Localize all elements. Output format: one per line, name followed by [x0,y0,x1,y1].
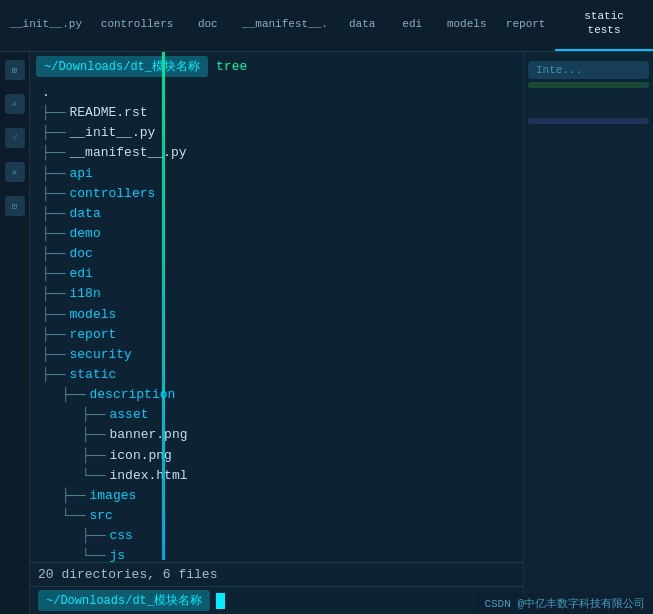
list-item: ├──api [42,164,515,184]
list-item: ├──description [42,385,515,405]
tab-static-tests[interactable]: static tests [555,0,653,51]
bottom-prompt: ~/Downloads/dt_模块名称 [30,586,523,614]
tab-label-doc: doc [198,17,218,31]
accent-vline [162,52,165,560]
bottom-prompt-path: ~/Downloads/dt_模块名称 [38,590,210,611]
tab-init-py[interactable]: __init__.py [0,0,91,51]
tab-label-init: __init__.py [9,17,82,31]
tab-bar: __init__.py controllers doc __manifest__… [0,0,653,52]
tab-data[interactable]: data [337,0,387,51]
sidebar-icons: ⊞ ⌕ ⑂ ✕ ⊡ [0,52,30,614]
tab-label-report: report [506,17,546,31]
branch-icon[interactable]: ⑂ [5,128,25,148]
watermark-text: CSDN @中亿丰数字科技有限公司 [484,598,645,610]
list-item: └──index.html [42,466,515,486]
tab-label-manifest: __manifest__. [242,17,328,31]
cursor-block [216,593,225,609]
terminal-container: __init__.py controllers doc __manifest__… [0,0,653,614]
prompt-command: tree [216,59,247,74]
list-item: ├──i18n [42,284,515,304]
folder-icon[interactable]: ⊞ [5,60,25,80]
list-item: ├──demo [42,224,515,244]
list-item: └──src [42,506,515,526]
tab-label-models: models [447,17,487,31]
tree-content[interactable]: . ├──README.rst ├──__init__.py ├──__mani… [30,81,523,562]
tab-label-controllers: controllers [101,17,174,31]
rp-btn-2[interactable] [528,82,649,88]
summary-text: 20 directories, 6 files [38,567,217,582]
bug-icon[interactable]: ✕ [5,162,25,182]
extension-icon[interactable]: ⊡ [5,196,25,216]
list-item: ├──banner.png [42,425,515,445]
tab-doc[interactable]: doc [183,0,233,51]
right-panel: Inte... [523,52,653,614]
main-area: ⊞ ⌕ ⑂ ✕ ⊡ ~/Downloads/dt_模块名称 tree . ├──… [0,52,653,614]
right-panel-inner: Inte... [524,52,653,133]
tab-label-data: data [349,17,375,31]
list-item: ├──icon.png [42,446,515,466]
list-item: ├──__manifest__.py [42,143,515,163]
list-item: ├──README.rst [42,103,515,123]
list-item: ├──css [42,526,515,546]
rp-btn-inte[interactable]: Inte... [528,61,649,79]
list-item: ├──report [42,325,515,345]
watermark: CSDN @中亿丰数字科技有限公司 [476,593,653,614]
tab-manifest[interactable]: __manifest__. [233,0,337,51]
tab-report[interactable]: report [496,0,555,51]
tab-edi[interactable]: edi [387,0,437,51]
list-item: ├──__init__.py [42,123,515,143]
list-item: ├──static [42,365,515,385]
list-item: ├──security [42,345,515,365]
list-item: ├──data [42,204,515,224]
tab-models[interactable]: models [437,0,496,51]
tab-label-static-tests: static tests [565,9,643,38]
tree-dot: . [42,83,515,103]
list-item: ├──edi [42,264,515,284]
tab-controllers[interactable]: controllers [91,0,182,51]
prompt-path: ~/Downloads/dt_模块名称 [36,56,208,77]
list-item: ├──controllers [42,184,515,204]
tab-label-edi: edi [402,17,422,31]
list-item: ├──images [42,486,515,506]
list-item: ├──doc [42,244,515,264]
rp-btn-3[interactable] [528,118,649,124]
list-item: ├──models [42,305,515,325]
list-item: └──js [42,546,515,562]
tree-root-dot: . [42,83,50,103]
summary-line: 20 directories, 6 files [30,562,523,586]
terminal-panel: ~/Downloads/dt_模块名称 tree . ├──README.rst… [30,52,523,614]
list-item: ├──asset [42,405,515,425]
prompt-line: ~/Downloads/dt_模块名称 tree [30,52,523,81]
search-icon[interactable]: ⌕ [5,94,25,114]
